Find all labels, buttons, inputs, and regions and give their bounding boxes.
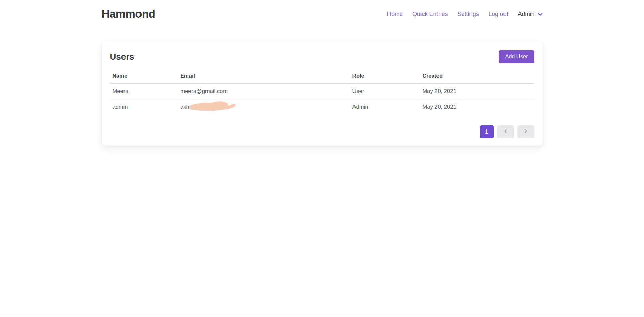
redaction-scribble: [189, 101, 237, 112]
cell-created: May 20, 2021: [420, 99, 534, 115]
chevron-left-icon: [504, 129, 507, 135]
column-header-role: Role: [350, 70, 420, 84]
users-card: Users Add User Name Email Role Created M…: [102, 41, 543, 146]
cell-name: Meera: [110, 84, 178, 99]
prev-page-button[interactable]: [497, 125, 514, 138]
chevron-down-icon: [538, 11, 543, 18]
nav-logout[interactable]: Log out: [489, 11, 508, 18]
main-nav: Home Quick Entries Settings Log out Admi…: [387, 11, 543, 18]
column-header-name: Name: [110, 70, 178, 84]
redacted-email-text: akh: [180, 104, 189, 110]
brand-logo[interactable]: Hammond: [102, 7, 155, 20]
nav-user-menu[interactable]: Admin: [518, 11, 543, 18]
app-header: Hammond Home Quick Entries Settings Log …: [0, 0, 644, 27]
cell-created: May 20, 2021: [420, 84, 534, 99]
chevron-right-icon: [524, 129, 527, 135]
column-header-created: Created: [420, 70, 534, 84]
nav-user-label: Admin: [518, 11, 535, 18]
nav-quick-entries[interactable]: Quick Entries: [412, 11, 448, 18]
users-table: Name Email Role Created Meera meera@gmai…: [110, 70, 534, 115]
table-row: admin akh Admin May 20, 2021: [110, 99, 534, 115]
page-title: Users: [110, 52, 134, 62]
next-page-button[interactable]: [517, 125, 534, 138]
column-header-email: Email: [178, 70, 349, 84]
page-1-button[interactable]: 1: [480, 125, 494, 138]
cell-role: Admin: [350, 99, 420, 115]
nav-settings[interactable]: Settings: [457, 11, 479, 18]
cell-email: akh: [178, 99, 349, 115]
add-user-button[interactable]: Add User: [499, 50, 534, 63]
table-row: Meera meera@gmail.com User May 20, 2021: [110, 84, 534, 99]
pagination: 1: [110, 125, 534, 138]
cell-role: User: [350, 84, 420, 99]
nav-home[interactable]: Home: [387, 11, 403, 18]
cell-name: admin: [110, 99, 178, 115]
table-header-row: Name Email Role Created: [110, 70, 534, 84]
cell-email: meera@gmail.com: [178, 84, 349, 99]
